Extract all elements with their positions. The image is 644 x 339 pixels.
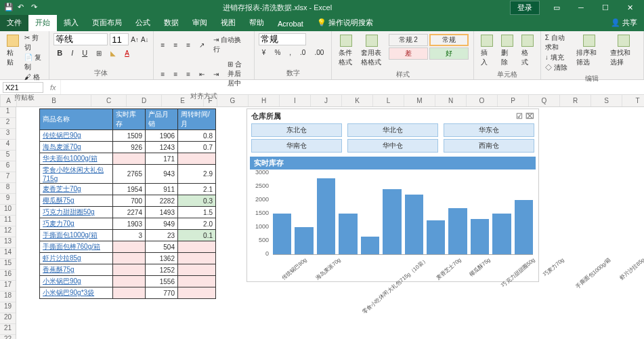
bar-chart[interactable]: 050010001500200025003000 传统锅巴90g海岛麦派70g零… xyxy=(250,172,536,286)
login-button[interactable]: 登录 xyxy=(510,1,540,15)
chart-bar[interactable] xyxy=(471,219,489,254)
align-mid-icon[interactable]: ≡ xyxy=(170,39,181,51)
style-normal2[interactable]: 常规 2 xyxy=(389,34,428,46)
chart-bar[interactable] xyxy=(448,208,467,254)
col-header[interactable]: L xyxy=(373,95,404,106)
fill-color-button[interactable]: ◣ xyxy=(107,47,119,59)
col-header[interactable]: C xyxy=(91,95,127,106)
col-header[interactable]: Q xyxy=(529,95,560,106)
product-name-cell[interactable]: 虾片沙拉85g xyxy=(40,253,113,264)
row-header[interactable]: 19 xyxy=(0,302,16,313)
table-cell[interactable]: 911 xyxy=(146,184,178,195)
col-header[interactable]: N xyxy=(435,95,467,106)
clear-filter-icon[interactable]: ⌧ xyxy=(525,112,534,121)
tab-insert[interactable]: 插入 xyxy=(57,15,85,31)
table-cell[interactable] xyxy=(178,241,216,253)
sort-filter-button[interactable]: 排序和筛选 xyxy=(574,33,605,68)
increase-font-icon[interactable]: A↑ xyxy=(131,36,139,43)
border-button[interactable]: ⊞ xyxy=(93,47,105,59)
col-header[interactable]: D xyxy=(127,95,162,106)
row-header[interactable]: 5 xyxy=(0,151,16,161)
product-name-cell[interactable]: 零食小吃休闲大礼包715g xyxy=(40,165,113,184)
name-box[interactable] xyxy=(3,82,43,93)
table-cell[interactable]: 2.0 xyxy=(178,218,216,230)
style-normal[interactable]: 常规 xyxy=(429,34,469,46)
clear-button[interactable]: ◇ 清除 xyxy=(545,63,571,73)
table-cell[interactable]: 1906 xyxy=(146,130,178,142)
col-header[interactable]: I xyxy=(280,95,311,106)
align-bot-icon[interactable]: ≡ xyxy=(183,39,194,51)
table-cell[interactable]: 943 xyxy=(146,165,178,184)
col-header[interactable]: O xyxy=(467,95,498,106)
slicer-option[interactable]: 西南仓 xyxy=(444,139,534,153)
fill-button[interactable]: ↓ 填充 xyxy=(545,53,571,62)
indent-inc-icon[interactable]: ⇥ xyxy=(210,68,222,80)
font-color-button[interactable]: A xyxy=(121,47,133,59)
col-header[interactable]: A xyxy=(1,95,17,106)
product-name-cell[interactable]: 香蕉酥75g xyxy=(40,264,113,276)
product-name-cell[interactable]: 巧克力甜甜圈50g xyxy=(40,207,113,218)
table-cell[interactable]: 504 xyxy=(146,241,178,253)
minimize-icon[interactable]: ─ xyxy=(570,1,593,14)
chart-bar[interactable] xyxy=(405,195,423,254)
row-header[interactable]: 7 xyxy=(0,172,16,183)
row-header[interactable]: 18 xyxy=(0,292,16,302)
table-cell[interactable]: 949 xyxy=(146,218,178,230)
col-header[interactable]: R xyxy=(560,95,591,106)
table-cell[interactable]: 2.9 xyxy=(178,165,216,184)
chart-bar[interactable] xyxy=(317,178,335,254)
chart-bar[interactable] xyxy=(339,214,357,254)
tab-help[interactable]: 帮助 xyxy=(242,15,271,31)
table-cell[interactable] xyxy=(113,241,146,253)
table-cell[interactable] xyxy=(178,264,216,276)
chart-bar[interactable] xyxy=(427,220,445,254)
tab-review[interactable]: 审阅 xyxy=(186,15,214,31)
table-cell[interactable]: 0.7 xyxy=(178,142,216,153)
font-size-select[interactable] xyxy=(110,33,129,45)
chart-bar[interactable] xyxy=(295,227,313,254)
chart-bar[interactable] xyxy=(383,189,401,254)
col-header[interactable]: M xyxy=(404,95,435,106)
paste-button[interactable]: 粘贴 xyxy=(4,33,22,68)
share-button[interactable]: 👤 共享 xyxy=(604,15,644,31)
product-name-cell[interactable]: 海岛麦派70g xyxy=(40,142,113,153)
align-right-icon[interactable]: ≡ xyxy=(183,68,194,80)
table-cell[interactable] xyxy=(113,253,146,264)
currency-icon[interactable]: ¥ xyxy=(259,47,270,58)
find-select-button[interactable]: 查找和选择 xyxy=(607,33,639,68)
row-header[interactable]: 15 xyxy=(0,259,16,270)
tab-tellme[interactable]: 💡 操作说明搜索 xyxy=(310,15,380,31)
align-center-icon[interactable]: ≡ xyxy=(170,68,181,80)
chart-bar[interactable] xyxy=(515,200,533,254)
table-cell[interactable]: 1954 xyxy=(113,184,146,195)
row-header[interactable]: 14 xyxy=(0,248,16,259)
row-header[interactable]: 8 xyxy=(0,183,16,194)
redo-icon[interactable]: ↷ xyxy=(31,3,41,12)
table-cell[interactable]: 3 xyxy=(113,230,146,241)
table-cell[interactable]: 1509 xyxy=(113,130,146,142)
table-cell[interactable] xyxy=(113,276,146,287)
row-header[interactable]: 21 xyxy=(0,324,16,335)
tab-home[interactable]: 开始 xyxy=(28,15,57,31)
table-cell[interactable]: 0.3 xyxy=(178,195,216,207)
formula-bar[interactable] xyxy=(60,80,644,94)
table-cell[interactable] xyxy=(113,153,146,165)
product-name-cell[interactable]: 传统锅巴90g xyxy=(40,130,113,142)
table-cell[interactable]: 1252 xyxy=(146,264,178,276)
col-header[interactable]: E xyxy=(162,95,204,106)
product-name-cell[interactable]: 小米锅巴90g xyxy=(40,276,113,287)
font-family-select[interactable] xyxy=(53,33,108,45)
table-cell[interactable]: 926 xyxy=(113,142,146,153)
table-cell[interactable] xyxy=(178,287,216,299)
col-header[interactable]: H xyxy=(249,95,280,106)
table-cell[interactable]: 1.5 xyxy=(178,207,216,218)
comma-icon[interactable]: , xyxy=(286,47,295,58)
style-good[interactable]: 好 xyxy=(429,47,469,60)
product-name-cell[interactable]: 华夫面包1000g/箱 xyxy=(40,153,113,165)
table-cell[interactable]: 1903 xyxy=(113,218,146,230)
percent-icon[interactable]: % xyxy=(271,47,284,58)
table-cell[interactable]: 2282 xyxy=(146,195,178,207)
product-name-cell[interactable]: 小米锅巴90g*3袋 xyxy=(40,287,113,299)
orientation-icon[interactable]: ↗ xyxy=(196,39,208,51)
table-cell[interactable]: 23 xyxy=(146,230,178,241)
